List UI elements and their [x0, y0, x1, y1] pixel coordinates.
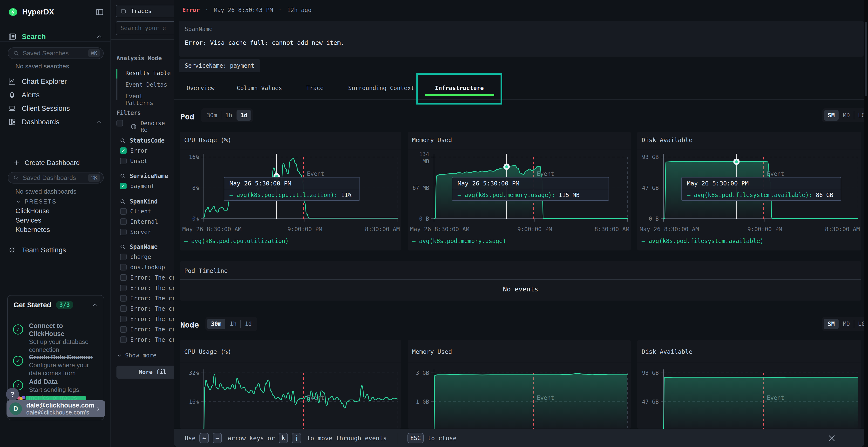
sidebar-item-team-settings[interactable]: Team Settings	[0, 245, 111, 255]
chart-tooltip: May 26 5:30:00 PM— avg(k8s.pod.memory.us…	[452, 177, 609, 201]
presets-label: PRESETS	[25, 198, 57, 205]
sidebar-item-client-sessions[interactable]: Client Sessions	[0, 104, 111, 113]
pod-range-control: 30m1h1d	[201, 108, 253, 122]
tab-trace[interactable]: Trace	[306, 85, 323, 92]
filter-option-label: Server	[130, 229, 151, 236]
filter-checkbox-error-the-cr[interactable]	[120, 305, 127, 312]
get-started-item[interactable]: ✓Create Data SourcesConfigure where your…	[13, 353, 99, 377]
pod-size-option-md[interactable]: MD	[839, 110, 854, 121]
node-size-option-md[interactable]: MD	[839, 319, 854, 329]
analysis-mode-event-deltas[interactable]: Event Deltas	[125, 81, 167, 88]
chevron-down-icon	[117, 353, 122, 358]
filter-checkbox-internal[interactable]	[120, 218, 127, 225]
sidebar-item-alerts[interactable]: Alerts	[0, 90, 111, 100]
denoise-checkbox[interactable]	[117, 120, 123, 127]
pod-range-option-30m[interactable]: 30m	[203, 110, 221, 121]
filter-group-header: SpanKind	[120, 198, 158, 205]
create-dashboard-button[interactable]: Create Dashboard	[0, 158, 111, 168]
sidebar-divider	[0, 41, 111, 42]
kbd-nav-key[interactable]: k	[279, 433, 288, 443]
chart-card-pod-cpu: CPU Usage (%)16%8%0%EventMay 26 8:30:00 …	[180, 132, 401, 250]
filter-checkbox-error-the-cr[interactable]	[120, 337, 127, 343]
analysis-mode-results-table[interactable]: Results Table	[125, 70, 171, 77]
filter-checkbox-unset[interactable]	[120, 158, 127, 164]
event-detail-drawer: Error·May 26 8:50:43 PM·12h agoSpanNameE…	[174, 0, 868, 447]
brand-title: HyperDX	[22, 8, 54, 16]
filter-checkbox-client[interactable]	[120, 208, 127, 215]
chart-svg-node-disk: 93 GB47 GBEvent	[637, 340, 861, 429]
get-started-header[interactable]: Get Started3/3	[8, 296, 104, 310]
filter-checkbox-error-the-cr[interactable]	[120, 295, 127, 302]
tooltip-time: May 26 5:30:00 PM	[452, 177, 609, 189]
chart-svg-node-mem: 3 GB1 GBEvent	[408, 340, 631, 429]
check-circle-icon: ✓	[13, 356, 23, 366]
pod-range-option-1h[interactable]: 1h	[221, 110, 236, 121]
kbd-nav-key[interactable]: j	[292, 433, 301, 443]
kbd-esc-key[interactable]: ESC	[407, 433, 424, 443]
filter-checkbox-error[interactable]: ✓	[120, 147, 127, 154]
drawer-close-button[interactable]	[828, 434, 836, 443]
pod-size-option-sm[interactable]: SM	[824, 110, 839, 121]
saved-dashboards-input[interactable]: Saved Dashboards⌘K	[8, 172, 104, 183]
kbd-arrow-key[interactable]: ←	[199, 433, 209, 443]
filter-checkbox-charge[interactable]	[120, 253, 127, 260]
node-range-option-1h[interactable]: 1h	[226, 319, 240, 329]
sidebar-item-chart-explorer[interactable]: Chart Explorer	[0, 77, 111, 86]
help-button[interactable]: ?	[6, 388, 19, 401]
svg-text:1 GB: 1 GB	[416, 399, 429, 405]
analysis-mode-label: Analysis Mode	[117, 55, 162, 62]
preset-item-clickhouse[interactable]: ClickHouse	[16, 207, 50, 215]
source-selector[interactable]: Traces	[116, 5, 174, 18]
tab-column-values[interactable]: Column Values	[237, 85, 282, 92]
search-icon	[120, 173, 126, 179]
scrollbar-thumb[interactable]	[865, 22, 867, 96]
filter-checkbox-error-the-cr[interactable]	[120, 285, 127, 291]
header-separator: ·	[278, 7, 282, 13]
filter-checkbox-error-the-cr[interactable]	[120, 326, 127, 333]
close-icon	[828, 434, 836, 443]
chart-card-node-cpu: CPU Usage (%)32%16%Event	[180, 340, 401, 429]
svg-text:Event: Event	[307, 171, 324, 177]
user-chip[interactable]: Ddale@clickhouse.comdale@clickhouse.com'…	[6, 400, 105, 417]
sidebar-item-dashboards[interactable]: Dashboards	[0, 117, 111, 127]
filter-checkbox-error-the-cr[interactable]	[120, 274, 127, 281]
filters-label: Filters	[117, 110, 141, 116]
user-chip-text: dale@clickhouse.comdale@clickhouse.com's	[26, 402, 94, 416]
svg-text:8:30:00 AM: 8:30:00 AM	[365, 226, 400, 233]
preset-item-kubernetes[interactable]: Kubernetes	[16, 226, 50, 234]
event-search-input[interactable]: Search your e	[116, 21, 174, 35]
more-filters-button[interactable]: More fil	[117, 366, 174, 379]
tab-overview[interactable]: Overview	[187, 85, 215, 92]
pod-size-control: SMMDLG	[822, 108, 868, 122]
preset-item-services[interactable]: Services	[16, 216, 41, 224]
create-dashboard-label: Create Dashboard	[25, 159, 80, 167]
filter-checkbox-server[interactable]	[120, 229, 127, 235]
tab-surrounding-context[interactable]: Surrounding Context	[348, 85, 414, 92]
node-range-option-30m[interactable]: 30m	[207, 319, 225, 329]
filter-checkbox-payment[interactable]: ✓	[120, 183, 127, 189]
node-size-option-sm[interactable]: SM	[824, 319, 839, 329]
svg-text:8:30:00 AM: 8:30:00 AM	[595, 226, 629, 233]
tooltip-series-row: — avg(k8s.pod.cpu.utilization): 11%	[224, 189, 360, 199]
svg-text:134: 134	[419, 151, 429, 157]
show-more-button[interactable]: Show more	[117, 352, 156, 359]
sidebar-item-search[interactable]: Search	[0, 31, 111, 42]
kbd-arrow-key[interactable]: →	[213, 433, 222, 443]
filter-checkbox-error-the-cr[interactable]	[120, 316, 127, 322]
node-range-option-1d[interactable]: 1d	[241, 319, 255, 329]
sidebar-collapse-button[interactable]	[95, 8, 104, 16]
presets-toggle[interactable]: PRESETS	[0, 198, 111, 206]
filter-group-name: ServiceName	[130, 173, 168, 179]
chart-legend: — avg(k8s.pod.memory.usage)	[412, 238, 506, 244]
filter-option-label: charge	[130, 253, 151, 260]
hyperdx-app: HyperDXSearchSaved Searches⌘KNo saved se…	[0, 0, 868, 447]
search-icon	[13, 175, 19, 181]
pod-range-option-1d[interactable]: 1d	[237, 110, 251, 121]
analysis-mode-event-patterns[interactable]: Event Patterns	[125, 93, 174, 106]
filter-option-label: Error: The cr	[130, 337, 174, 343]
saved-searches-input[interactable]: Saved Searches⌘K	[8, 47, 104, 59]
tooltip-series-row: — avg(k8s.pod.filesystem.available): 86 …	[682, 189, 841, 199]
filter-checkbox-dns-lookup[interactable]	[120, 264, 127, 271]
service-name-chip[interactable]: ServiceName: payment	[179, 59, 260, 72]
get-started-item[interactable]: ✓Connect to ClickHouseSet up your databa…	[13, 322, 99, 354]
